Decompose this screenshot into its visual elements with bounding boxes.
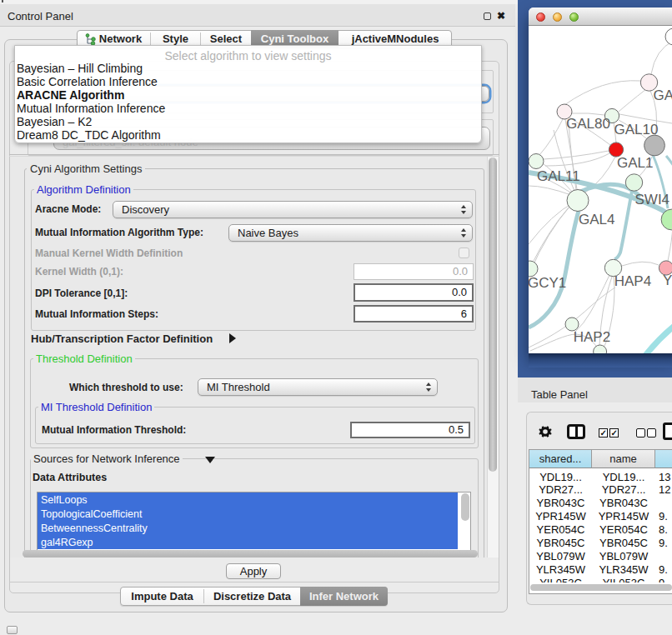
svg-text:Y: Y xyxy=(663,272,672,288)
svg-text:GAL8: GAL8 xyxy=(654,88,672,103)
svg-text:GAL11: GAL11 xyxy=(537,168,580,184)
svg-text:GAL4: GAL4 xyxy=(579,212,614,228)
svg-text:SWI4: SWI4 xyxy=(635,192,670,208)
svg-text:HAP2: HAP2 xyxy=(574,329,610,345)
svg-text:GCY1: GCY1 xyxy=(529,275,566,291)
svg-text:GAL1: GAL1 xyxy=(617,155,653,171)
svg-text:GAL10: GAL10 xyxy=(614,122,659,138)
svg-text:GAL80: GAL80 xyxy=(566,116,610,132)
svg-text:HAP4: HAP4 xyxy=(614,273,651,289)
